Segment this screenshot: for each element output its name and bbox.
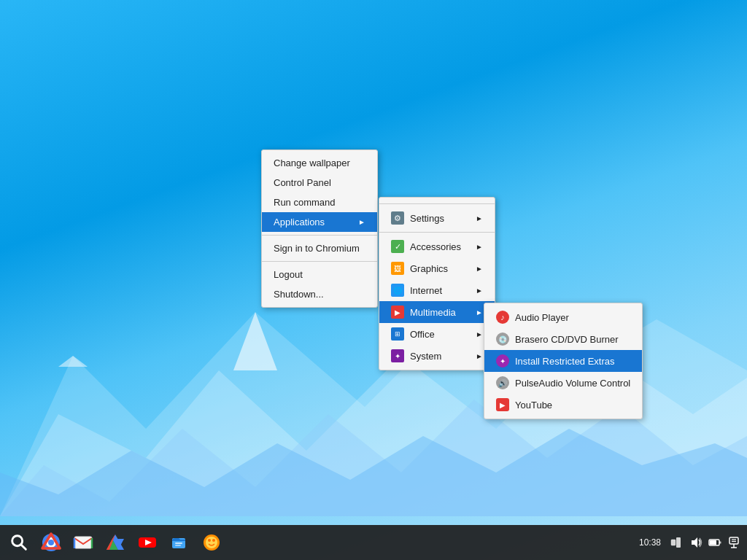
svg-point-11 [48, 540, 54, 545]
taskbar-game-button[interactable] [197, 528, 226, 557]
svg-marker-6 [58, 356, 88, 367]
taskbar: 10:38 [0, 525, 747, 560]
separator-1 [262, 235, 377, 236]
internet-chevron: ► [476, 287, 483, 295]
svg-marker-4 [233, 312, 277, 370]
accessories-chevron: ► [476, 243, 483, 251]
multimedia-chevron: ► [476, 308, 483, 316]
taskbar-search-button[interactable] [4, 528, 34, 557]
menu-item-sign-in-chromium[interactable]: Sign in to Chromium [262, 238, 377, 258]
gmail-icon [73, 532, 93, 553]
svg-rect-35 [719, 542, 721, 544]
apps-separator-mid [379, 232, 495, 233]
multimedia-icon: ▶ [391, 306, 404, 319]
taskbar-chromium-button[interactable] [36, 528, 66, 557]
taskbar-files-button[interactable] [165, 528, 194, 557]
taskbar-youtube-button[interactable] [133, 528, 162, 557]
game-icon [201, 532, 222, 553]
tray-network-icon[interactable] [727, 535, 741, 550]
menu-item-change-wallpaper[interactable]: Change wallpaper [262, 153, 377, 173]
svg-rect-30 [676, 537, 681, 548]
menu-item-brasero[interactable]: 💿 Brasero CD/DVD Burner [484, 328, 642, 350]
menu-item-internet[interactable]: 🌐 Internet ► [379, 279, 495, 301]
apps-separator-top [379, 203, 495, 204]
settings-chevron: ► [476, 214, 483, 222]
svg-point-27 [208, 539, 211, 542]
taskbar-right: 10:38 [635, 535, 747, 550]
svg-rect-12 [74, 537, 92, 548]
system-chevron: ► [476, 352, 483, 360]
system-clock: 10:38 [635, 537, 665, 548]
install-restricted-icon: ✦ [496, 354, 509, 368]
svg-rect-36 [729, 537, 738, 544]
graphics-chevron: ► [476, 265, 483, 273]
svg-marker-3 [0, 429, 747, 516]
audio-player-icon: ♪ [496, 311, 509, 324]
youtube-taskbar-icon [137, 532, 158, 553]
menu-item-install-restricted[interactable]: ✦ Install Restricted Extras [484, 350, 642, 372]
taskbar-gmail-button[interactable] [69, 528, 98, 557]
menu-item-multimedia[interactable]: ▶ Multimedia ► [379, 301, 495, 323]
tray-indicator-icon[interactable] [670, 535, 684, 550]
files-icon [169, 532, 190, 553]
taskbar-drive-button[interactable] [101, 528, 130, 557]
svg-line-8 [21, 545, 26, 549]
tray-battery-icon[interactable] [708, 535, 722, 550]
menu-item-run-command[interactable]: Run command [262, 192, 377, 212]
menu-item-settings[interactable]: ⚙ Settings ► [379, 207, 495, 229]
settings-icon: ⚙ [391, 211, 404, 225]
menu-item-control-panel[interactable]: Control Panel [262, 173, 377, 192]
tray-sound-icon[interactable] [689, 535, 703, 550]
system-icon: ✦ [391, 349, 404, 362]
menu-item-pulseaudio[interactable]: 🔊 PulseAudio Volume Control [484, 372, 642, 394]
menu-item-system[interactable]: ✦ System ► [379, 345, 495, 367]
menu-item-logout[interactable]: Logout [262, 265, 377, 284]
applications-submenu: ⚙ Settings ► ✓ Accessories ► 🖼 Graphics … [379, 197, 495, 370]
desktop[interactable]: Change wallpaper Control Panel Run comma… [0, 0, 747, 560]
svg-rect-29 [671, 540, 676, 545]
svg-rect-23 [175, 542, 182, 544]
menu-item-graphics[interactable]: 🖼 Graphics ► [379, 257, 495, 279]
desktop-context-menu: Change wallpaper Control Panel Run comma… [261, 149, 378, 308]
menu-item-applications[interactable]: Applications ► [262, 212, 377, 232]
menu-item-youtube[interactable]: ▶ YouTube [484, 394, 642, 416]
accessories-icon: ✓ [391, 240, 404, 253]
menu-item-audio-player[interactable]: ♪ Audio Player [484, 306, 642, 328]
drive-icon [105, 532, 125, 553]
pulseaudio-icon: 🔊 [496, 376, 509, 389]
brasero-icon: 💿 [496, 332, 509, 346]
separator-2 [262, 261, 377, 262]
applications-chevron: ► [358, 218, 365, 226]
menu-item-office[interactable]: ⊞ Office ► [379, 323, 495, 345]
svg-point-28 [212, 539, 215, 542]
graphics-icon: 🖼 [391, 262, 404, 275]
svg-marker-32 [692, 537, 697, 548]
chromium-icon [41, 532, 61, 553]
search-icon [9, 532, 29, 553]
office-icon: ⊞ [391, 327, 404, 341]
multimedia-submenu: ♪ Audio Player 💿 Brasero CD/DVD Burner ✦… [484, 303, 643, 419]
youtube-icon: ▶ [496, 398, 509, 411]
taskbar-left [0, 528, 635, 557]
menu-item-accessories[interactable]: ✓ Accessories ► [379, 236, 495, 257]
internet-icon: 🌐 [391, 284, 404, 297]
svg-rect-34 [710, 540, 716, 545]
svg-point-26 [206, 537, 217, 548]
svg-rect-24 [175, 545, 181, 546]
office-chevron: ► [476, 330, 483, 338]
menu-item-shutdown[interactable]: Shutdown... [262, 284, 377, 304]
